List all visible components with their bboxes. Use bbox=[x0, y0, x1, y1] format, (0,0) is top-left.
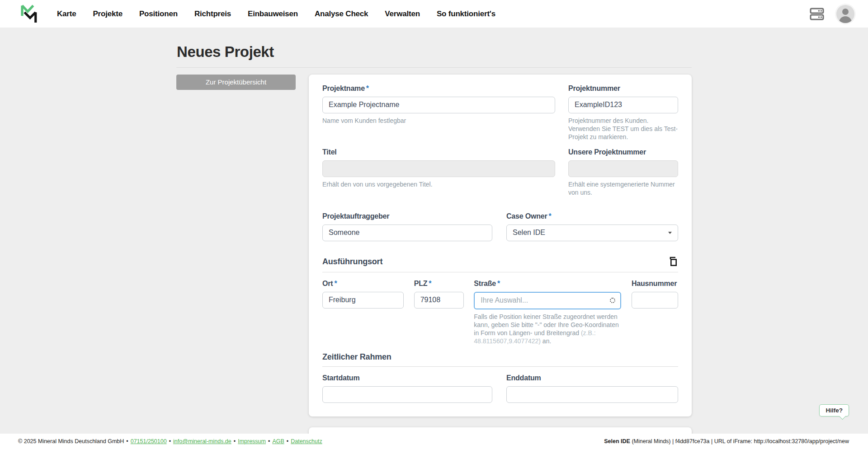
hausnummer-field: Hausnummer bbox=[632, 280, 678, 346]
case-owner-field: Case Owner* Selen IDE bbox=[506, 212, 678, 241]
enddatum-label: Enddatum bbox=[506, 374, 678, 382]
help-button[interactable]: Hilfe? bbox=[819, 404, 849, 416]
zeitlicher-rahmen-section-header: Zeitlicher Rahmen bbox=[322, 352, 678, 367]
firmendaten-card: Firmendaten bbox=[309, 427, 692, 434]
enddatum-input[interactable] bbox=[506, 386, 678, 403]
projektname-hint: Name vom Kunden festlegbar bbox=[322, 117, 555, 125]
unsere-projektnummer-input bbox=[568, 160, 678, 177]
copy-icon[interactable] bbox=[668, 257, 678, 267]
ausfuehrungsort-section-header: Ausführungsort bbox=[322, 257, 678, 272]
startdatum-input[interactable] bbox=[322, 386, 492, 403]
projektname-label: Projektname* bbox=[322, 84, 555, 93]
footer-copyright: © 2025 Mineral Minds Deutschland GmbH bbox=[18, 438, 124, 444]
nav-item-so-funktionierts[interactable]: So funktioniert's bbox=[437, 9, 495, 19]
required-marker: * bbox=[497, 280, 500, 287]
case-owner-select[interactable]: Selen IDE bbox=[506, 224, 678, 241]
nav-item-karte[interactable]: Karte bbox=[57, 9, 76, 19]
strasse-label: Straße* bbox=[474, 280, 621, 288]
mineral-minds-logo[interactable] bbox=[19, 3, 38, 25]
nav-item-analyse-check[interactable]: Analyse Check bbox=[315, 9, 368, 19]
projektname-field: Projektname* Name vom Kunden festlegbar bbox=[322, 84, 555, 141]
startdatum-field: Startdatum bbox=[322, 374, 492, 403]
case-owner-label: Case Owner* bbox=[506, 212, 678, 220]
top-navigation-bar: Karte Projekte Positionen Richtpreis Ein… bbox=[0, 0, 868, 28]
page-title: Neues Projekt bbox=[177, 43, 692, 61]
footer-separator: • bbox=[169, 438, 171, 444]
footer-separator: • bbox=[126, 438, 128, 444]
projektnummer-label: Projektnummer bbox=[568, 84, 678, 93]
footer-session-details: (Mineral Minds) | f4dd87fce73a | URL of … bbox=[630, 438, 849, 444]
footer-link-impressum[interactable]: Impressum bbox=[238, 438, 266, 444]
server-status-icon[interactable] bbox=[809, 7, 825, 21]
projektnummer-field: Projektnummer Projektnummer des Kunden. … bbox=[568, 84, 678, 141]
startdatum-label: Startdatum bbox=[322, 374, 492, 382]
strasse-input[interactable] bbox=[474, 292, 621, 309]
required-marker: * bbox=[429, 280, 431, 287]
nav-item-projekte[interactable]: Projekte bbox=[93, 9, 123, 19]
footer-user-name: Selen IDE bbox=[604, 438, 630, 444]
nav-item-einbauweisen[interactable]: Einbauweisen bbox=[248, 9, 298, 19]
ort-label: Ort* bbox=[322, 280, 404, 288]
footer-separator: • bbox=[234, 438, 236, 444]
unsere-projektnummer-field: Unsere Projektnummer Erhält eine systemg… bbox=[568, 148, 678, 196]
plz-input[interactable] bbox=[414, 292, 464, 309]
titel-hint: Erhält den von uns vorgegebenen Titel. bbox=[322, 180, 555, 188]
projektnummer-input[interactable] bbox=[568, 97, 678, 113]
ort-input[interactable] bbox=[322, 292, 404, 309]
ort-field: Ort* bbox=[322, 280, 404, 346]
required-marker: * bbox=[549, 212, 552, 220]
footer-session-info: Selen IDE (Mineral Minds) | f4dd87fce73a… bbox=[604, 438, 849, 444]
projektauftraggeber-input[interactable] bbox=[322, 224, 492, 241]
plz-label: PLZ* bbox=[414, 280, 464, 288]
user-avatar-icon[interactable] bbox=[836, 5, 854, 23]
hausnummer-label: Hausnummer bbox=[632, 280, 678, 288]
footer-link-email[interactable]: info@mineral-minds.de bbox=[173, 438, 231, 444]
titel-input bbox=[322, 160, 555, 177]
plz-field: PLZ* bbox=[414, 280, 464, 346]
main-content-area: Neues Projekt Zur Projektübersicht Proje… bbox=[0, 28, 868, 434]
strasse-field: Straße* Falls die Position keiner Straße… bbox=[474, 280, 621, 346]
case-owner-selected-value: Selen IDE bbox=[513, 229, 545, 237]
projektname-input[interactable] bbox=[322, 97, 555, 113]
footer: © 2025 Mineral Minds Deutschland GmbH • … bbox=[0, 434, 868, 449]
nav-item-positionen[interactable]: Positionen bbox=[139, 9, 178, 19]
nav-item-verwalten[interactable]: Verwalten bbox=[385, 9, 420, 19]
zeitlicher-rahmen-heading: Zeitlicher Rahmen bbox=[322, 352, 392, 362]
projektauftraggeber-label: Projektauftraggeber bbox=[322, 212, 492, 220]
logo-icon bbox=[19, 3, 38, 25]
main-nav: Karte Projekte Positionen Richtpreis Ein… bbox=[57, 9, 495, 19]
enddatum-field: Enddatum bbox=[506, 374, 678, 403]
projektauftraggeber-field: Projektauftraggeber bbox=[322, 212, 492, 241]
project-overview-button[interactable]: Zur Projektübersicht bbox=[176, 75, 296, 90]
titel-field: Titel Erhält den von uns vorgegebenen Ti… bbox=[322, 148, 555, 196]
loading-spinner-icon bbox=[610, 298, 615, 303]
title-divider bbox=[176, 67, 692, 68]
nav-item-richtpreis[interactable]: Richtpreis bbox=[194, 9, 231, 19]
footer-separator: • bbox=[287, 438, 288, 444]
required-marker: * bbox=[366, 84, 369, 92]
footer-link-datenschutz[interactable]: Datenschutz bbox=[291, 438, 322, 444]
footer-link-agb[interactable]: AGB bbox=[272, 438, 284, 444]
unsere-projektnummer-label: Unsere Projektnummer bbox=[568, 148, 678, 156]
titel-label: Titel bbox=[322, 148, 555, 156]
avatar-head bbox=[842, 9, 849, 15]
footer-separator: • bbox=[268, 438, 270, 444]
unsere-projektnummer-hint: Erhält eine systemgenerierte Nummer von … bbox=[568, 180, 678, 196]
ausfuehrungsort-heading: Ausführungsort bbox=[322, 257, 382, 267]
required-marker: * bbox=[334, 280, 337, 287]
projektnummer-hint: Projektnummer des Kunden. Verwenden Sie … bbox=[568, 117, 678, 141]
avatar-shoulders bbox=[839, 16, 852, 23]
strasse-hint: Falls die Position keiner Straße zugeord… bbox=[474, 313, 621, 346]
footer-link-phone[interactable]: 07151/250100 bbox=[131, 438, 167, 444]
new-project-form-card: Projektname* Name vom Kunden festlegbar … bbox=[309, 75, 692, 417]
hausnummer-input[interactable] bbox=[632, 292, 678, 309]
chevron-down-icon bbox=[668, 232, 672, 234]
